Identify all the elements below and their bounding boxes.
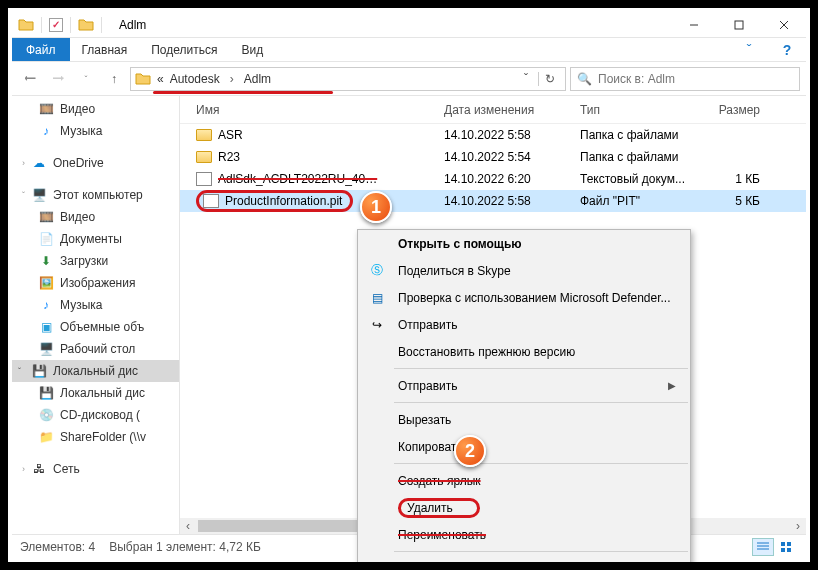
folder-icon <box>78 17 94 33</box>
forward-button[interactable]: 🠖 <box>46 67 70 91</box>
nav-music2[interactable]: ♪Музыка <box>12 294 179 316</box>
file-icon <box>196 172 212 186</box>
address-bar[interactable]: « Autodesk › Adlm ˇ ↻ <box>130 67 566 91</box>
breadcrumb-sep: › <box>226 72 238 86</box>
ctx-skype[interactable]: ⓈПоделиться в Skype <box>358 257 690 284</box>
breadcrumb-prefix: « <box>157 72 164 86</box>
column-headers[interactable]: Имя Дата изменения Тип Размер <box>180 96 806 124</box>
highlighted-file: ProductInformation.pit <box>196 190 353 212</box>
callout-1: 1 <box>360 191 392 223</box>
ctx-shortcut[interactable]: Создать ярлык <box>358 467 690 494</box>
scroll-left-icon[interactable]: ‹ <box>180 518 196 534</box>
context-menu: Открыть с помощью ⓈПоделиться в Skype ▤П… <box>357 229 691 570</box>
nav-videos2[interactable]: 🎞️Видео <box>12 206 179 228</box>
titlebar: ✓ Adlm <box>12 12 806 38</box>
ctx-sendto[interactable]: Отправить▶ <box>358 372 690 399</box>
address-row: 🠔 🠖 ˇ ↑ « Autodesk › Adlm ˇ ↻ 🔍 Поиск в:… <box>12 62 806 96</box>
minimize-button[interactable] <box>671 12 716 38</box>
help-button[interactable]: ? <box>768 38 806 61</box>
ctx-delete[interactable]: Удалить <box>358 494 690 521</box>
ribbon: Файл Главная Поделиться Вид ˇ ? <box>12 38 806 62</box>
tab-home[interactable]: Главная <box>70 38 140 61</box>
file-tab[interactable]: Файл <box>12 38 70 61</box>
ctx-copy[interactable]: Копировать <box>358 433 690 460</box>
scroll-right-icon[interactable]: › <box>790 518 806 534</box>
ctx-properties[interactable]: Свойства <box>358 555 690 570</box>
search-placeholder: Поиск в: Adlm <box>598 72 675 86</box>
tab-share[interactable]: Поделиться <box>139 38 229 61</box>
nav-downloads[interactable]: ⬇Загрузки <box>12 250 179 272</box>
ribbon-toggle[interactable]: ˇ <box>730 38 768 61</box>
up-button[interactable]: ↑ <box>102 67 126 91</box>
nav-desktop[interactable]: 🖥️Рабочий стол <box>12 338 179 360</box>
nav-pane[interactable]: 🎞️Видео ♪Музыка ›☁OneDrive ˇ🖥️Этот компь… <box>12 96 180 534</box>
svg-rect-4 <box>787 548 791 552</box>
nav-pictures[interactable]: 🖼️Изображения <box>12 272 179 294</box>
tab-view[interactable]: Вид <box>229 38 275 61</box>
shield-icon: ▤ <box>368 289 386 307</box>
col-type[interactable]: Тип <box>572 103 708 117</box>
ctx-defender[interactable]: ▤Проверка с использованием Microsoft Def… <box>358 284 690 311</box>
ctx-restore[interactable]: Восстановить прежнюю версию <box>358 338 690 365</box>
nav-network[interactable]: ›🖧Сеть <box>12 458 179 480</box>
folder-icon <box>135 71 151 87</box>
col-date[interactable]: Дата изменения <box>436 103 572 117</box>
col-name[interactable]: Имя <box>188 103 436 117</box>
nav-thispc[interactable]: ˇ🖥️Этот компьютер <box>12 184 179 206</box>
breadcrumb-p1[interactable]: Autodesk <box>170 72 220 86</box>
nav-documents[interactable]: 📄Документы <box>12 228 179 250</box>
highlighted-delete: Удалить <box>398 498 480 518</box>
highlight-underline <box>153 91 333 94</box>
search-input[interactable]: 🔍 Поиск в: Adlm <box>570 67 800 91</box>
folder-icon <box>18 17 34 33</box>
nav-videos[interactable]: 🎞️Видео <box>12 98 179 120</box>
share-icon: ↪ <box>368 316 386 334</box>
qat-checkbox[interactable]: ✓ <box>49 18 63 32</box>
status-selected: Выбран 1 элемент: 4,72 КБ <box>109 540 261 554</box>
ctx-rename[interactable]: Переименовать <box>358 521 690 548</box>
svg-rect-2 <box>787 542 791 546</box>
ctx-open-with[interactable]: Открыть с помощью <box>358 230 690 257</box>
svg-rect-0 <box>735 21 743 29</box>
status-count: Элементов: 4 <box>20 540 95 554</box>
skype-icon: Ⓢ <box>368 262 386 280</box>
table-row-selected[interactable]: ProductInformation.pit 14.10.2022 5:58 Ф… <box>180 190 806 212</box>
nav-sharefolder[interactable]: 📁ShareFolder (\\v <box>12 426 179 448</box>
ctx-share[interactable]: ↪Отправить <box>358 311 690 338</box>
nav-cddrive[interactable]: 💿CD-дисковод ( <box>12 404 179 426</box>
view-large-button[interactable] <box>776 538 798 556</box>
folder-icon <box>196 129 212 141</box>
search-icon: 🔍 <box>577 72 592 86</box>
col-size[interactable]: Размер <box>708 103 768 117</box>
table-row[interactable]: R23 14.10.2022 5:54 Папка с файлами <box>180 146 806 168</box>
folder-icon <box>196 151 212 163</box>
maximize-button[interactable] <box>716 12 761 38</box>
table-row[interactable]: ASR 14.10.2022 5:58 Папка с файлами <box>180 124 806 146</box>
nav-localdisk2[interactable]: 💾Локальный дис <box>12 382 179 404</box>
nav-3dobjects[interactable]: ▣Объемные объ <box>12 316 179 338</box>
breadcrumb-p2[interactable]: Adlm <box>244 72 271 86</box>
file-icon <box>203 194 219 208</box>
svg-rect-1 <box>781 542 785 546</box>
back-button[interactable]: 🠔 <box>18 67 42 91</box>
view-details-button[interactable] <box>752 538 774 556</box>
window-title: Adlm <box>119 18 146 32</box>
addr-dropdown[interactable]: ˇ <box>520 72 532 86</box>
svg-rect-3 <box>781 548 785 552</box>
nav-music[interactable]: ♪Музыка <box>12 120 179 142</box>
ctx-cut[interactable]: Вырезать <box>358 406 690 433</box>
nav-localdisk[interactable]: ˇ💾Локальный дис <box>12 360 179 382</box>
callout-2: 2 <box>454 435 486 467</box>
recent-dropdown[interactable]: ˇ <box>74 67 98 91</box>
chevron-right-icon: ▶ <box>668 380 676 391</box>
nav-onedrive[interactable]: ›☁OneDrive <box>12 152 179 174</box>
close-button[interactable] <box>761 12 806 38</box>
refresh-button[interactable]: ↻ <box>538 72 561 86</box>
table-row[interactable]: AdlSdk_ACDLT2022RU_40… 14.10.2022 6:20 Т… <box>180 168 806 190</box>
